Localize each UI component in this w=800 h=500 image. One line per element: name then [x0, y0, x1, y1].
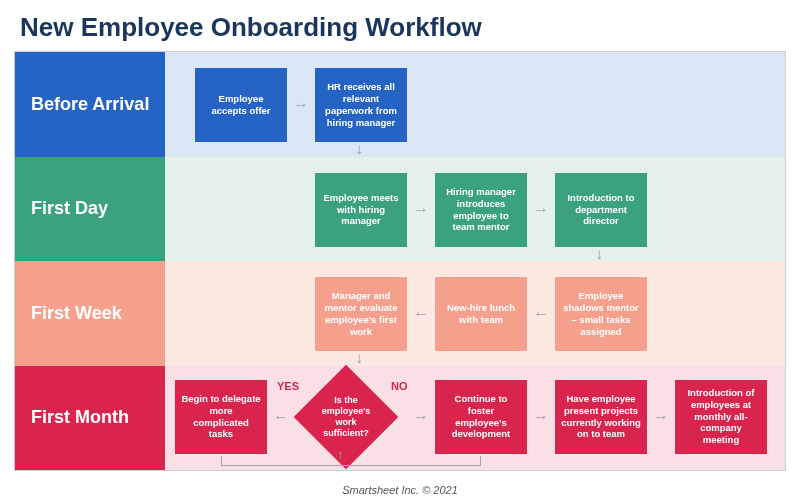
lane-first-week: Employee shadows mentor – small tasks as…	[165, 261, 785, 366]
decision-work-sufficient: Is the employee's work sufficient?	[294, 364, 399, 469]
arrow-icon: →	[533, 408, 549, 426]
arrow-icon: →	[413, 408, 429, 426]
step-shadow-mentor: Employee shadows mentor – small tasks as…	[555, 277, 647, 351]
step-delegate-tasks: Begin to delegate more complicated tasks	[175, 380, 267, 454]
arrow-icon: →	[293, 96, 309, 114]
lane-first-month: Begin to delegate more complicated tasks…	[165, 366, 785, 471]
arrow-icon: ↓	[355, 349, 363, 367]
step-newhire-lunch: New-hire lunch with team	[435, 277, 527, 351]
step-hr-paperwork: HR receives all relevant paperwork from …	[315, 68, 407, 142]
step-monthly-meeting: Introduction of employees at monthly all…	[675, 380, 767, 454]
arrow-icon: ←	[533, 305, 549, 323]
arrow-icon: →	[653, 408, 669, 426]
lane-first-day: Employee meets with hiring manager → Hir…	[165, 157, 785, 262]
lane-label-before-arrival: Before Arrival	[15, 52, 165, 157]
label-no: NO	[391, 380, 408, 392]
page-title: New Employee Onboarding Workflow	[0, 0, 800, 51]
step-accept-offer: Employee accepts offer	[195, 68, 287, 142]
step-intro-mentor: Hiring manager introduces employee to te…	[435, 173, 527, 247]
loop-connector	[221, 456, 481, 466]
lane-label-first-month: First Month	[15, 366, 165, 471]
arrow-icon: ↓	[355, 140, 363, 158]
step-meet-manager: Employee meets with hiring manager	[315, 173, 407, 247]
step-intro-director: Introduction to department director	[555, 173, 647, 247]
step-present-projects: Have employee present projects currently…	[555, 380, 647, 454]
lane-before-arrival: Employee accepts offer → HR receives all…	[165, 52, 785, 157]
lane-label-first-week: First Week	[15, 261, 165, 366]
arrow-icon: ←	[273, 408, 289, 426]
step-evaluate-work: Manager and mentor evaluate employee's f…	[315, 277, 407, 351]
arrow-icon: ↑	[337, 448, 343, 462]
lane-label-first-day: First Day	[15, 157, 165, 262]
arrow-icon: ←	[413, 305, 429, 323]
arrow-icon: ↓	[595, 245, 603, 263]
workflow-grid: Before Arrival Employee accepts offer → …	[14, 51, 786, 471]
arrow-icon: →	[533, 201, 549, 219]
footer-text: Smartsheet Inc. © 2021	[0, 484, 800, 496]
label-yes: YES	[277, 380, 299, 392]
arrow-icon: →	[413, 201, 429, 219]
step-foster-dev: Continue to foster employee's developmen…	[435, 380, 527, 454]
